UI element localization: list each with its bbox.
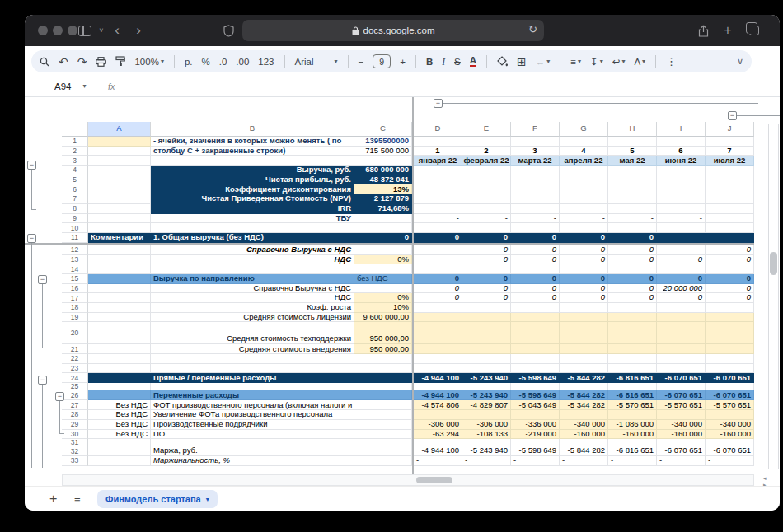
- column-header-H[interactable]: H: [608, 122, 657, 137]
- cell-G21[interactable]: [560, 344, 608, 354]
- cell-H12[interactable]: 0: [608, 245, 657, 255]
- cell-H25[interactable]: [608, 383, 657, 390]
- cell-B30[interactable]: ПО: [151, 430, 354, 440]
- column-header-B[interactable]: B: [151, 122, 354, 137]
- frozen-column-divider[interactable]: [412, 97, 414, 474]
- cell-H31[interactable]: [608, 439, 657, 446]
- cell-B26[interactable]: Переменные расходы: [151, 390, 354, 400]
- cell-F31[interactable]: [511, 439, 560, 446]
- cell-C4[interactable]: 680 000 000: [354, 166, 412, 175]
- cell-C14[interactable]: [354, 264, 412, 274]
- cell-H27[interactable]: -5 570 651: [608, 400, 657, 410]
- column-header-A[interactable]: A: [88, 122, 151, 137]
- row-header-28[interactable]: 28: [62, 410, 88, 420]
- cell-A8[interactable]: [88, 204, 151, 214]
- cell-B12[interactable]: Справочно Выручка с НДС: [151, 245, 354, 255]
- cell-D8[interactable]: [414, 204, 462, 214]
- cell-A15[interactable]: [88, 274, 151, 284]
- cell-B4[interactable]: Выручка, руб.: [151, 166, 354, 175]
- cell-J30[interactable]: -160 000: [706, 430, 754, 440]
- cell-H22[interactable]: [608, 354, 657, 364]
- row-header-32[interactable]: 32: [62, 446, 88, 456]
- row-group-collapse-button-rows15-21[interactable]: −: [38, 275, 47, 284]
- cell-A6[interactable]: [88, 184, 151, 194]
- cell-I22[interactable]: [657, 354, 706, 364]
- cell-D4[interactable]: [414, 166, 462, 175]
- cell-H29[interactable]: -1 086 000: [608, 420, 657, 430]
- cell-E4[interactable]: [462, 166, 511, 175]
- row-header-18[interactable]: 18: [62, 303, 88, 313]
- text-color-button[interactable]: A: [470, 56, 476, 67]
- undo-icon[interactable]: ↶: [59, 55, 68, 68]
- cell-H11[interactable]: 0: [608, 233, 657, 243]
- cell-I18[interactable]: [657, 303, 706, 313]
- row-header-9[interactable]: 9: [62, 214, 88, 224]
- cell-G6[interactable]: [560, 184, 608, 194]
- cell-E23[interactable]: [462, 364, 511, 374]
- cell-C27[interactable]: [354, 400, 412, 410]
- cell-E27[interactable]: -4 829 807: [462, 400, 511, 410]
- cell-I32[interactable]: -6 070 651: [657, 446, 706, 456]
- cell-J29[interactable]: -340 000: [706, 420, 754, 430]
- cell-D3[interactable]: января 22: [414, 156, 462, 166]
- cell-E13[interactable]: 0: [462, 255, 511, 265]
- cell-B22[interactable]: [151, 354, 354, 364]
- cell-F4[interactable]: [511, 166, 560, 175]
- cell-E8[interactable]: [462, 204, 511, 214]
- cell-D22[interactable]: [414, 354, 462, 364]
- cell-H6[interactable]: [608, 184, 657, 194]
- row-header-5[interactable]: 5: [62, 175, 88, 185]
- cell-A16[interactable]: [88, 284, 151, 294]
- cell-A2[interactable]: [88, 147, 151, 156]
- column-header-F[interactable]: F: [511, 122, 560, 137]
- cell-A31[interactable]: [88, 439, 151, 446]
- cell-E19[interactable]: [462, 313, 511, 323]
- cell-H18[interactable]: [608, 303, 657, 313]
- print-icon[interactable]: [96, 57, 106, 67]
- row-header-29[interactable]: 29: [62, 420, 88, 430]
- cell-H33[interactable]: -: [608, 456, 657, 466]
- cell-A14[interactable]: [88, 264, 151, 274]
- cell-A3[interactable]: [88, 156, 151, 166]
- tab-overview-icon[interactable]: [745, 15, 763, 46]
- cell-A17[interactable]: [88, 293, 151, 303]
- cell-C2[interactable]: 715 500 000: [354, 147, 412, 156]
- cell-E25[interactable]: [462, 383, 511, 390]
- cell-F23[interactable]: [511, 364, 560, 374]
- cell-C30[interactable]: [354, 430, 412, 440]
- cell-J2[interactable]: 7: [706, 147, 754, 156]
- address-bar[interactable]: docs.google.com ↻: [242, 20, 544, 41]
- column-header-D[interactable]: D: [414, 122, 462, 137]
- cell-J28[interactable]: [706, 410, 754, 420]
- text-rotation-button[interactable]: A▾: [634, 57, 645, 67]
- cell-I1[interactable]: [657, 137, 706, 147]
- cell-H2[interactable]: 5: [608, 147, 657, 156]
- cell-H3[interactable]: мая 22: [608, 156, 657, 166]
- cell-B6[interactable]: Коэффициент дисконтирования: [151, 184, 354, 194]
- cell-J15[interactable]: 0: [706, 274, 754, 284]
- cell-F2[interactable]: 3: [511, 147, 560, 156]
- cell-E17[interactable]: 0: [462, 293, 511, 303]
- cell-A1[interactable]: [88, 137, 151, 147]
- cell-H5[interactable]: [608, 175, 657, 185]
- cell-B11[interactable]: 1. Общая выручка (без НДС): [151, 233, 354, 243]
- cell-G2[interactable]: 4: [560, 147, 608, 156]
- cell-B19[interactable]: Средняя стоимость лицензии: [151, 313, 354, 323]
- cell-B33[interactable]: Маржинальность, %: [151, 456, 354, 466]
- row-header-8[interactable]: 8: [62, 204, 88, 214]
- cell-C10[interactable]: [354, 223, 412, 233]
- cell-B1[interactable]: - ячейки, значения в которых можно менят…: [151, 137, 354, 147]
- cell-F12[interactable]: 0: [511, 245, 560, 255]
- cell-B27[interactable]: ФОТ производственного персонала (включая…: [151, 400, 354, 410]
- horizontal-align-button[interactable]: ≡▾: [570, 57, 581, 67]
- cell-C17[interactable]: 0%: [354, 293, 412, 303]
- cell-B16[interactable]: Справочно Выручка с НДС: [151, 284, 354, 294]
- cell-B29[interactable]: Производственные подрядчики: [151, 420, 354, 430]
- cell-H19[interactable]: [608, 313, 657, 323]
- row-group-collapse-button-rows4-8[interactable]: −: [27, 161, 36, 170]
- cell-A27[interactable]: Без НДС: [88, 400, 151, 410]
- row-group-collapse-button-rows27-30[interactable]: −: [55, 392, 64, 401]
- cell-H21[interactable]: [608, 344, 657, 354]
- cell-C22[interactable]: [354, 354, 412, 364]
- cell-I31[interactable]: [657, 439, 706, 446]
